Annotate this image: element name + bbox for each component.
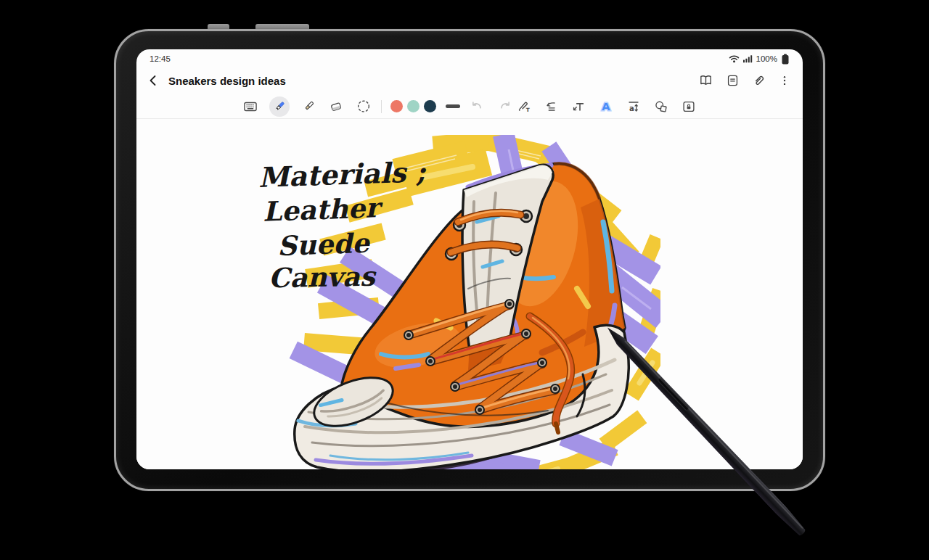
lasso-select-tool-button lasso-icon[interactable] bbox=[355, 98, 372, 115]
convert-to-text-button pen-to-text-icon[interactable]: T bbox=[515, 98, 532, 115]
reading-mode-icon[interactable] bbox=[698, 73, 713, 88]
handwriting-line: Leather bbox=[262, 192, 380, 228]
pen-color-teal[interactable] bbox=[407, 100, 420, 112]
s-pen-to-text-button handwriting-a-icon[interactable]: A A bbox=[597, 98, 615, 115]
note-canvas[interactable]: Materials ; Leather Suede Canvas bbox=[136, 119, 803, 469]
attach-icon[interactable] bbox=[752, 73, 766, 88]
keyboard-tool-button keyboard-icon[interactable] bbox=[242, 98, 259, 115]
title-bar: Sneakers design ideas bbox=[136, 67, 803, 94]
svg-text:a: a bbox=[629, 104, 634, 112]
straighten-button straighten-icon[interactable] bbox=[542, 98, 560, 115]
drawing-toolbar: T bbox=[136, 94, 803, 119]
shapes-button shapes-icon[interactable] bbox=[652, 98, 670, 115]
handwriting-line: Materials ; bbox=[258, 155, 426, 194]
cellular-signal-icon bbox=[743, 54, 753, 63]
battery-icon bbox=[781, 54, 790, 65]
eraser-tool-button eraser-icon[interactable] bbox=[327, 98, 345, 115]
clock: 12:45 bbox=[150, 54, 171, 63]
page-lock-button lock-icon[interactable] bbox=[680, 98, 697, 115]
highlighter-tool-button highlighter-icon[interactable] bbox=[300, 98, 317, 115]
more-icon[interactable] bbox=[778, 73, 791, 88]
svg-text:T: T bbox=[526, 106, 530, 112]
back-button chevron-left-icon[interactable] bbox=[147, 74, 160, 87]
screen: 12:45 100% bbox=[136, 49, 803, 469]
pen-color-navy[interactable] bbox=[424, 100, 436, 112]
page-title: Sneakers design ideas bbox=[168, 75, 286, 87]
resize-text-button text-size-icon[interactable] bbox=[570, 98, 587, 115]
handwriting-line: Suede bbox=[277, 227, 369, 262]
status-bar: 12:45 100% bbox=[136, 49, 803, 67]
handwriting-line: Canvas bbox=[269, 260, 375, 295]
undo-button undo-icon[interactable] bbox=[468, 98, 486, 115]
battery-percent: 100% bbox=[756, 54, 777, 63]
svg-text:A: A bbox=[602, 100, 610, 112]
page-view-icon[interactable] bbox=[726, 73, 740, 88]
stroke-thickness-button[interactable] bbox=[446, 104, 460, 108]
tablet-device: 12:45 100% bbox=[114, 29, 825, 491]
pen-color-coral[interactable] bbox=[390, 100, 403, 112]
redo-button redo-icon[interactable] bbox=[496, 98, 514, 115]
scene: 12:45 100% bbox=[0, 0, 929, 560]
pen-tool-button pen-icon[interactable] bbox=[269, 96, 290, 117]
text-spacing-button spacing-icon[interactable]: a bbox=[625, 98, 642, 115]
toolbar-divider bbox=[381, 100, 382, 113]
wifi-icon bbox=[729, 54, 740, 63]
